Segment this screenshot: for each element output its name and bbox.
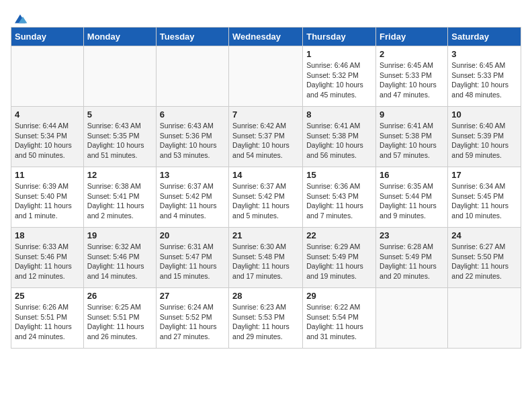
logo [11,11,28,21]
column-header-wednesday: Wednesday [229,28,303,46]
day-number: 29 [306,291,372,301]
day-number: 13 [160,170,225,180]
calendar-cell: 22Sunrise: 6:29 AM Sunset: 5:49 PM Dayli… [303,228,376,288]
calendar-cell: 6Sunrise: 6:43 AM Sunset: 5:36 PM Daylig… [156,107,228,167]
day-info: Sunrise: 6:23 AM Sunset: 5:53 PM Dayligh… [232,302,299,342]
day-info: Sunrise: 6:43 AM Sunset: 5:35 PM Dayligh… [87,121,152,161]
calendar-cell: 19Sunrise: 6:32 AM Sunset: 5:46 PM Dayli… [83,228,156,288]
day-number: 8 [306,109,372,120]
day-number: 16 [380,170,444,180]
day-info: Sunrise: 6:32 AM Sunset: 5:46 PM Dayligh… [87,242,152,281]
calendar-table: SundayMondayTuesdayWednesdayThursdayFrid… [11,27,521,349]
calendar-cell: 5Sunrise: 6:43 AM Sunset: 5:35 PM Daylig… [83,107,156,167]
day-info: Sunrise: 6:31 AM Sunset: 5:47 PM Dayligh… [160,242,225,281]
calendar-cell: 20Sunrise: 6:31 AM Sunset: 5:47 PM Dayli… [156,228,228,288]
day-info: Sunrise: 6:37 AM Sunset: 5:42 PM Dayligh… [232,181,299,221]
calendar-cell: 4Sunrise: 6:44 AM Sunset: 5:34 PM Daylig… [11,107,84,167]
calendar-cell: 26Sunrise: 6:25 AM Sunset: 5:51 PM Dayli… [83,288,156,349]
day-number: 15 [306,170,372,180]
calendar-cell: 21Sunrise: 6:30 AM Sunset: 5:48 PM Dayli… [229,228,303,288]
day-info: Sunrise: 6:35 AM Sunset: 5:44 PM Dayligh… [380,181,444,221]
calendar-cell: 14Sunrise: 6:37 AM Sunset: 5:42 PM Dayli… [229,167,303,228]
column-header-monday: Monday [83,28,156,46]
day-number: 14 [232,170,299,180]
day-info: Sunrise: 6:45 AM Sunset: 5:33 PM Dayligh… [380,60,444,100]
column-header-thursday: Thursday [303,28,376,46]
day-number: 20 [160,230,225,240]
calendar-cell: 10Sunrise: 6:40 AM Sunset: 5:39 PM Dayli… [448,107,521,167]
calendar-cell [156,46,228,107]
day-info: Sunrise: 6:27 AM Sunset: 5:50 PM Dayligh… [451,242,517,281]
day-info: Sunrise: 6:39 AM Sunset: 5:40 PM Dayligh… [15,181,80,221]
calendar-cell: 29Sunrise: 6:22 AM Sunset: 5:54 PM Dayli… [303,288,376,349]
logo-icon [12,11,28,27]
day-info: Sunrise: 6:37 AM Sunset: 5:42 PM Dayligh… [160,181,225,221]
calendar-cell [229,46,303,107]
day-info: Sunrise: 6:46 AM Sunset: 5:32 PM Dayligh… [306,60,372,100]
calendar-cell [448,288,521,349]
calendar-cell: 1Sunrise: 6:46 AM Sunset: 5:32 PM Daylig… [303,46,376,107]
calendar-cell [83,46,156,107]
day-info: Sunrise: 6:38 AM Sunset: 5:41 PM Dayligh… [87,181,152,221]
calendar-cell: 11Sunrise: 6:39 AM Sunset: 5:40 PM Dayli… [11,167,84,228]
day-number: 28 [232,291,299,301]
day-info: Sunrise: 6:29 AM Sunset: 5:49 PM Dayligh… [306,242,372,281]
calendar-cell: 13Sunrise: 6:37 AM Sunset: 5:42 PM Dayli… [156,167,228,228]
day-info: Sunrise: 6:28 AM Sunset: 5:49 PM Dayligh… [380,242,444,281]
day-number: 12 [87,170,152,180]
calendar-cell: 27Sunrise: 6:24 AM Sunset: 5:52 PM Dayli… [156,288,228,349]
day-info: Sunrise: 6:26 AM Sunset: 5:51 PM Dayligh… [15,302,80,342]
day-number: 5 [87,109,152,120]
day-number: 7 [232,109,299,120]
day-info: Sunrise: 6:43 AM Sunset: 5:36 PM Dayligh… [160,121,225,161]
day-number: 11 [15,170,80,180]
day-info: Sunrise: 6:40 AM Sunset: 5:39 PM Dayligh… [451,121,517,161]
calendar-cell: 12Sunrise: 6:38 AM Sunset: 5:41 PM Dayli… [83,167,156,228]
calendar-cell: 8Sunrise: 6:41 AM Sunset: 5:38 PM Daylig… [303,107,376,167]
calendar-cell: 28Sunrise: 6:23 AM Sunset: 5:53 PM Dayli… [229,288,303,349]
column-header-friday: Friday [376,28,448,46]
day-info: Sunrise: 6:41 AM Sunset: 5:38 PM Dayligh… [380,121,444,161]
day-number: 9 [380,109,444,120]
day-info: Sunrise: 6:36 AM Sunset: 5:43 PM Dayligh… [306,181,372,221]
day-number: 21 [232,230,299,240]
calendar-cell: 23Sunrise: 6:28 AM Sunset: 5:49 PM Dayli… [376,228,448,288]
calendar-cell: 15Sunrise: 6:36 AM Sunset: 5:43 PM Dayli… [303,167,376,228]
calendar-cell: 3Sunrise: 6:45 AM Sunset: 5:33 PM Daylig… [448,46,521,107]
calendar-cell: 25Sunrise: 6:26 AM Sunset: 5:51 PM Dayli… [11,288,84,349]
day-info: Sunrise: 6:30 AM Sunset: 5:48 PM Dayligh… [232,242,299,281]
day-number: 23 [380,230,444,240]
calendar-cell: 9Sunrise: 6:41 AM Sunset: 5:38 PM Daylig… [376,107,448,167]
day-info: Sunrise: 6:34 AM Sunset: 5:45 PM Dayligh… [451,181,517,221]
day-number: 1 [306,49,372,59]
day-number: 3 [451,49,517,59]
day-info: Sunrise: 6:41 AM Sunset: 5:38 PM Dayligh… [306,121,372,161]
day-info: Sunrise: 6:42 AM Sunset: 5:37 PM Dayligh… [232,121,299,161]
day-info: Sunrise: 6:25 AM Sunset: 5:51 PM Dayligh… [87,302,152,342]
column-header-sunday: Sunday [11,28,84,46]
page-header [11,11,521,21]
day-number: 19 [87,230,152,240]
day-number: 17 [451,170,517,180]
day-number: 26 [87,291,152,301]
calendar-cell: 7Sunrise: 6:42 AM Sunset: 5:37 PM Daylig… [229,107,303,167]
day-number: 27 [160,291,225,301]
day-number: 6 [160,109,225,120]
calendar-cell: 2Sunrise: 6:45 AM Sunset: 5:33 PM Daylig… [376,46,448,107]
calendar-cell [376,288,448,349]
day-number: 2 [380,49,444,59]
column-header-saturday: Saturday [448,28,521,46]
calendar-cell: 18Sunrise: 6:33 AM Sunset: 5:46 PM Dayli… [11,228,84,288]
day-info: Sunrise: 6:22 AM Sunset: 5:54 PM Dayligh… [306,302,372,342]
day-number: 24 [451,230,517,240]
calendar-cell [11,46,84,107]
day-number: 25 [15,291,80,301]
day-info: Sunrise: 6:45 AM Sunset: 5:33 PM Dayligh… [451,60,517,100]
day-number: 4 [15,109,80,120]
calendar-cell: 16Sunrise: 6:35 AM Sunset: 5:44 PM Dayli… [376,167,448,228]
day-info: Sunrise: 6:33 AM Sunset: 5:46 PM Dayligh… [15,242,80,281]
day-info: Sunrise: 6:24 AM Sunset: 5:52 PM Dayligh… [160,302,225,342]
day-number: 18 [15,230,80,240]
column-header-tuesday: Tuesday [156,28,228,46]
day-info: Sunrise: 6:44 AM Sunset: 5:34 PM Dayligh… [15,121,80,161]
